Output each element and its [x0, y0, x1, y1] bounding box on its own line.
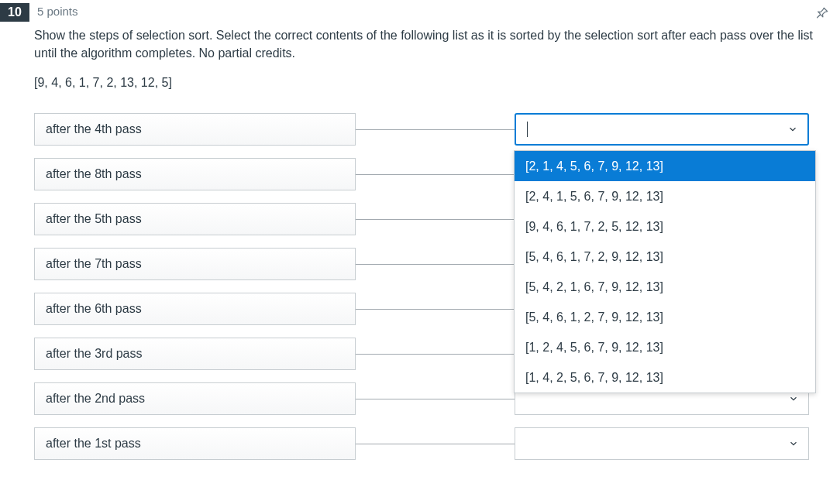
match-left-label: after the 5th pass	[46, 212, 142, 226]
dropdown-option-label: [1, 2, 4, 5, 6, 7, 9, 12, 13]	[525, 341, 663, 355]
pin-icon[interactable]	[815, 6, 829, 20]
connector-line	[356, 354, 515, 355]
dropdown-option[interactable]: [5, 4, 2, 1, 6, 7, 9, 12, 13]	[515, 272, 815, 302]
question-initial-list: [9, 4, 6, 1, 7, 2, 13, 12, 5]	[34, 76, 817, 90]
match-left-label: after the 2nd pass	[46, 392, 145, 406]
match-left-item: after the 4th pass	[34, 113, 356, 146]
dropdown-option[interactable]: [1, 4, 2, 5, 6, 7, 9, 12, 13]	[515, 362, 815, 393]
dropdown-option-label: [5, 4, 6, 1, 7, 2, 9, 12, 13]	[525, 250, 663, 264]
dropdown-option-label: [5, 4, 2, 1, 6, 7, 9, 12, 13]	[525, 280, 663, 294]
match-left-label: after the 8th pass	[46, 167, 142, 181]
match-left-item: after the 2nd pass	[34, 382, 356, 415]
connector-line	[356, 399, 515, 399]
match-left-item: after the 1st pass	[34, 427, 356, 460]
question-number: 10	[8, 5, 22, 19]
match-left-label: after the 6th pass	[46, 302, 142, 316]
connector-line	[356, 444, 515, 444]
dropdown-option-label: [2, 1, 4, 5, 6, 7, 9, 12, 13]	[525, 159, 663, 173]
match-left-label: after the 1st pass	[46, 437, 141, 451]
dropdown-option[interactable]: [9, 4, 6, 1, 7, 2, 5, 12, 13]	[515, 211, 815, 242]
connector-line	[356, 309, 515, 310]
connector-line	[356, 174, 515, 175]
question-number-badge: 10	[0, 3, 29, 22]
dropdown-option-label: [2, 4, 1, 5, 6, 7, 9, 12, 13]	[525, 190, 663, 204]
chevron-down-icon	[788, 393, 799, 404]
question-text: Show the steps of selection sort. Select…	[34, 26, 817, 62]
match-left-item: after the 8th pass	[34, 158, 356, 190]
connector-line	[356, 264, 515, 265]
dropdown-option[interactable]: [5, 4, 6, 1, 2, 7, 9, 12, 13]	[515, 302, 815, 332]
dropdown-option-label: [5, 4, 6, 1, 2, 7, 9, 12, 13]	[525, 310, 663, 324]
chevron-down-icon	[787, 124, 798, 135]
match-left-item: after the 6th pass	[34, 293, 356, 325]
chevron-down-icon	[788, 438, 799, 449]
dropdown-option-list[interactable]: [2, 1, 4, 5, 6, 7, 9, 12, 13] [2, 4, 1, …	[514, 150, 816, 393]
dropdown-option[interactable]: [2, 1, 4, 5, 6, 7, 9, 12, 13]	[515, 151, 815, 181]
match-left-item: after the 3rd pass	[34, 338, 356, 370]
match-left-label: after the 7th pass	[46, 257, 142, 271]
match-left-item: after the 5th pass	[34, 203, 356, 235]
connector-line	[356, 129, 515, 130]
match-left-label: after the 4th pass	[46, 122, 142, 136]
match-left-item: after the 7th pass	[34, 248, 356, 280]
dropdown-option[interactable]: [1, 2, 4, 5, 6, 7, 9, 12, 13]	[515, 332, 815, 362]
match-dropdown[interactable]	[515, 113, 809, 146]
dropdown-option-label: [1, 4, 2, 5, 6, 7, 9, 12, 13]	[525, 371, 663, 385]
match-dropdown[interactable]	[515, 427, 809, 460]
dropdown-option[interactable]: [2, 4, 1, 5, 6, 7, 9, 12, 13]	[515, 181, 815, 211]
match-row: after the 4th pass	[34, 107, 817, 152]
question-points: 5 points	[29, 3, 78, 18]
dropdown-option-label: [9, 4, 6, 1, 7, 2, 5, 12, 13]	[525, 220, 663, 234]
match-left-label: after the 3rd pass	[46, 347, 143, 361]
text-cursor	[527, 122, 528, 137]
match-row: after the 1st pass	[34, 421, 817, 466]
dropdown-option[interactable]: [5, 4, 6, 1, 7, 2, 9, 12, 13]	[515, 242, 815, 272]
connector-line	[356, 219, 515, 220]
